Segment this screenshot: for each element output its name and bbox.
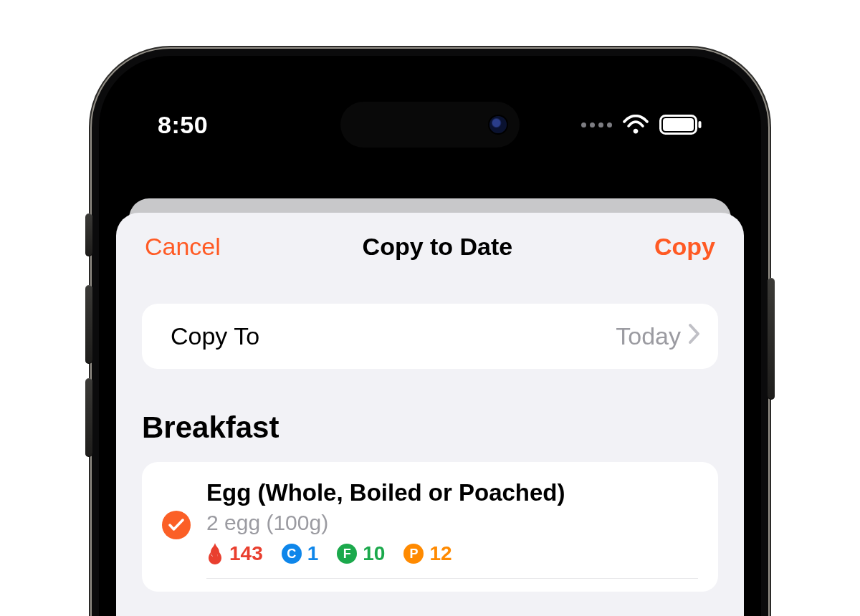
chevron-right-icon bbox=[688, 322, 701, 350]
fat-badge: F bbox=[337, 544, 357, 564]
checkmark-icon[interactable] bbox=[162, 511, 191, 539]
modal-title: Copy to Date bbox=[363, 233, 513, 261]
svg-rect-1 bbox=[663, 118, 694, 131]
phone-frame: 8:50 Cancel Copy to Date bbox=[92, 49, 768, 616]
status-time: 8:50 bbox=[158, 111, 208, 139]
food-items-card: Egg (Whole, Boiled or Poached) 2 egg (10… bbox=[142, 462, 718, 592]
divider bbox=[206, 578, 698, 579]
cellular-icon bbox=[581, 122, 612, 127]
fat-value: 10 bbox=[363, 542, 385, 565]
flame-icon bbox=[206, 543, 224, 564]
food-subtitle: 2 egg (100g) bbox=[206, 511, 698, 535]
cancel-button[interactable]: Cancel bbox=[145, 233, 221, 261]
copy-to-value: Today bbox=[616, 322, 681, 350]
food-title: Egg (Whole, Boiled or Poached) bbox=[206, 479, 698, 506]
section-title-breakfast: Breakfast bbox=[142, 410, 718, 445]
mute-switch bbox=[85, 213, 92, 256]
list-item[interactable]: Egg (Whole, Boiled or Poached) 2 egg (10… bbox=[162, 479, 698, 565]
copy-to-label: Copy To bbox=[171, 322, 259, 350]
protein-badge: P bbox=[403, 544, 424, 564]
copy-button[interactable]: Copy bbox=[654, 233, 715, 261]
calories-value: 143 bbox=[229, 542, 263, 565]
carbs-value: 1 bbox=[307, 542, 319, 565]
protein-value: 12 bbox=[429, 542, 452, 565]
screen: 8:50 Cancel Copy to Date bbox=[116, 73, 744, 616]
modal-sheet: Cancel Copy to Date Copy Copy To Today B… bbox=[116, 213, 744, 616]
dynamic-island bbox=[340, 102, 520, 148]
camera-icon bbox=[489, 116, 507, 133]
nav-bar: Cancel Copy to Date Copy bbox=[116, 213, 744, 261]
svg-rect-2 bbox=[699, 121, 702, 128]
battery-icon bbox=[659, 115, 702, 135]
wifi-icon bbox=[622, 115, 649, 135]
carbs-badge: C bbox=[282, 544, 302, 564]
copy-to-row[interactable]: Copy To Today bbox=[142, 304, 718, 369]
power-button bbox=[768, 278, 775, 400]
volume-up-button bbox=[85, 285, 92, 364]
volume-down-button bbox=[85, 378, 92, 457]
macros-row: 143 C 1 F 10 bbox=[206, 542, 698, 565]
